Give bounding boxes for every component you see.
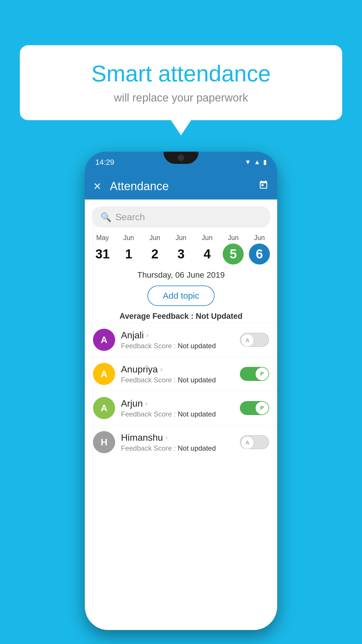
date-item-jun4[interactable]: Jun 4 xyxy=(197,234,218,265)
avatar-anupriya: A xyxy=(93,363,115,385)
bubble-title: Smart attendance xyxy=(37,61,325,86)
student-item-arjun[interactable]: A Arjun › Feedback Score : Not updated P xyxy=(85,391,277,425)
search-placeholder: Search xyxy=(115,212,145,223)
selected-date-label: Thursday, 06 June 2019 xyxy=(85,265,277,283)
app-bar-title: Attendance xyxy=(110,180,259,193)
student-item-anupriya[interactable]: A Anupriya › Feedback Score : Not update… xyxy=(85,357,277,391)
add-topic-button[interactable]: Add topic xyxy=(147,286,214,306)
app-bar: × Attendance xyxy=(85,173,277,200)
close-icon[interactable]: × xyxy=(94,179,101,193)
phone-content: 🔍 Search May 31 Jun 1 Jun 2 Jun xyxy=(85,200,277,630)
date-item-jun6[interactable]: Jun 6 xyxy=(249,234,270,265)
date-item-jun2[interactable]: Jun 2 xyxy=(144,234,165,265)
status-icons: ▼ ▲ ▮ xyxy=(245,158,267,166)
phone-mockup: 14:29 ▼ ▲ ▮ × Attendance 🔍 Search xyxy=(85,152,277,630)
chevron-right-icon: › xyxy=(145,399,147,407)
avatar-himanshu: H xyxy=(93,431,115,453)
avg-feedback: Average Feedback : Not Updated xyxy=(85,309,277,323)
bubble-subtitle: will replace your paperwork xyxy=(37,92,325,104)
student-info-arjun: Arjun › Feedback Score : Not updated xyxy=(121,398,234,418)
chevron-right-icon: › xyxy=(165,433,168,442)
date-item-may31[interactable]: May 31 xyxy=(92,234,113,265)
search-icon: 🔍 xyxy=(101,212,111,222)
student-info-himanshu: Himanshu › Feedback Score : Not updated xyxy=(121,432,234,452)
toggle-himanshu[interactable]: A xyxy=(240,435,269,449)
notch-camera xyxy=(178,155,184,161)
date-item-jun5[interactable]: Jun 5 xyxy=(223,234,244,265)
student-info-anjali: Anjali › Feedback Score : Not updated xyxy=(121,330,234,350)
date-item-jun3[interactable]: Jun 3 xyxy=(171,234,191,265)
search-bar[interactable]: 🔍 Search xyxy=(92,206,270,228)
calendar-row: May 31 Jun 1 Jun 2 Jun 3 Jun 4 xyxy=(85,228,277,265)
student-info-anupriya: Anupriya › Feedback Score : Not updated xyxy=(121,364,234,384)
signal-icon: ▲ xyxy=(254,158,260,166)
speech-bubble-container: Smart attendance will replace your paper… xyxy=(20,45,342,120)
toggle-anupriya[interactable]: P xyxy=(240,367,269,381)
battery-icon: ▮ xyxy=(263,158,267,166)
avatar-arjun: A xyxy=(93,397,115,419)
toggle-anjali[interactable]: A xyxy=(240,333,269,347)
date-item-jun1[interactable]: Jun 1 xyxy=(118,234,139,265)
student-item-anjali[interactable]: A Anjali › Feedback Score : Not updated … xyxy=(85,323,277,357)
wifi-icon: ▼ xyxy=(245,158,251,166)
calendar-icon[interactable] xyxy=(259,180,268,192)
chevron-right-icon: › xyxy=(160,365,162,373)
toggle-arjun[interactable]: P xyxy=(240,401,269,415)
student-item-himanshu[interactable]: H Himanshu › Feedback Score : Not update… xyxy=(85,425,277,459)
avatar-anjali: A xyxy=(93,329,115,351)
chevron-right-icon: › xyxy=(146,331,148,339)
phone-container: 14:29 ▼ ▲ ▮ × Attendance 🔍 Search xyxy=(20,152,342,644)
speech-bubble: Smart attendance will replace your paper… xyxy=(20,45,342,120)
status-time: 14:29 xyxy=(95,158,114,167)
